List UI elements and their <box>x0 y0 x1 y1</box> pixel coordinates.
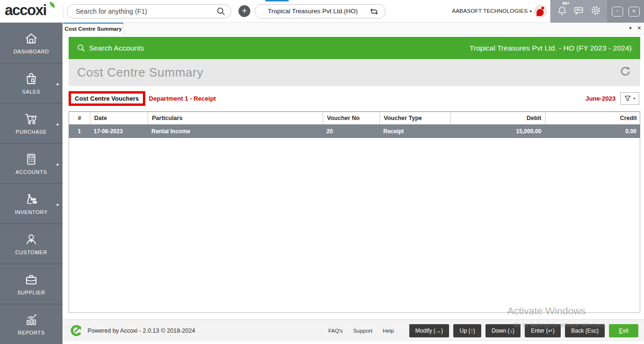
powered-by-text: Powered by Accoxi - 2.0.13 © 2018-2024 <box>88 327 195 334</box>
company-selector-value: Tropical Treasures Pvt Ltd.(HO) <box>268 8 358 15</box>
organization-name[interactable]: AABASOFT TECHNOLOGIES <box>450 8 528 14</box>
filter-caret-icon: ▾ <box>633 96 635 101</box>
help-link[interactable]: Help <box>383 328 394 334</box>
modify-button[interactable]: Modify (→) <box>409 324 450 337</box>
voucher-table: # Date Particulars Voucher No Voucher Ty… <box>69 112 640 313</box>
sidebar-item-sales[interactable]: SALES ▸ <box>0 63 62 103</box>
sidebar-item-customer[interactable]: CUSTOMER <box>0 224 62 264</box>
sidebar-item-purchase[interactable]: PURCHASE ▸ <box>0 103 62 143</box>
row-debit: 15,000.00 <box>450 125 545 138</box>
company-financial-year: Tropical Treasures Pvt Ltd. - HO (FY 202… <box>469 44 632 52</box>
footer-links: FAQ's Support Help <box>328 328 394 334</box>
filter-funnel-icon <box>624 95 631 102</box>
search-icon[interactable] <box>217 7 225 17</box>
row-date: 17-06-2023 <box>90 125 148 138</box>
accoxi-logo: accoxi <box>5 2 46 19</box>
table-empty-area <box>69 138 640 313</box>
sidebar-item-inventory[interactable]: INVENTORY ▸ <box>0 183 62 224</box>
sidebar-item-dashboard[interactable]: DASHBOARD <box>0 23 62 63</box>
row-voucher-type: Receipt <box>379 125 450 138</box>
search-accounts-label: Search Accounts <box>89 44 144 52</box>
close-button[interactable]: × <box>628 7 640 17</box>
table-header-row: # Date Particulars Voucher No Voucher Ty… <box>69 112 640 125</box>
refresh-icon <box>619 65 632 78</box>
briefcase-icon <box>24 273 38 287</box>
column-header-date[interactable]: Date <box>90 112 148 124</box>
tab-list-dropdown-icon[interactable]: ▾ <box>629 25 632 31</box>
table-row[interactable]: 1 17-06-2023 Rental Income 20 Receipt 15… <box>69 125 640 138</box>
calculator-icon <box>24 152 38 166</box>
inventory-trolley-icon <box>24 192 39 206</box>
filter-button[interactable]: ▾ <box>620 92 639 105</box>
sidebar-item-label: REPORTS <box>18 330 44 335</box>
accoxi-footer-logo <box>70 324 83 337</box>
column-header-particulars[interactable]: Particulars <box>148 112 323 124</box>
sidebar-item-reports[interactable]: REPORTS <box>0 304 62 344</box>
period-label: June-2023 <box>585 95 616 102</box>
account-header-bar: Search Accounts Tropical Treasures Pvt L… <box>69 37 640 59</box>
sidebar-item-label: INVENTORY <box>15 209 47 215</box>
department-selection-label: Department 1 - Receipt <box>149 95 216 102</box>
row-voucher-no: 20 <box>323 125 379 138</box>
sidebar-item-label: DASHBOARD <box>13 49 49 54</box>
row-index: 1 <box>69 125 90 138</box>
column-header-debit[interactable]: Debit <box>451 112 546 124</box>
settings-button[interactable] <box>591 5 601 17</box>
column-header-voucher-no[interactable]: Voucher No <box>323 112 380 124</box>
search-icon <box>77 44 85 52</box>
notification-badge: 99+ <box>563 1 570 6</box>
column-header-credit[interactable]: Credit <box>546 112 641 124</box>
user-avatar[interactable] <box>534 5 547 18</box>
up-button[interactable]: Up (↑) <box>453 324 481 337</box>
tab-cost-centre-summary[interactable]: Cost Centre Summary <box>63 23 124 35</box>
activate-windows-watermark: Activate Windows <box>507 305 586 317</box>
add-button[interactable]: + <box>238 5 250 17</box>
chat-icon <box>573 5 584 16</box>
sidebar-item-label: SUPPLIER <box>17 290 45 295</box>
submenu-arrow-icon: ▸ <box>57 162 59 167</box>
global-search[interactable] <box>67 4 231 18</box>
sidebar-nav: DASHBOARD SALES ▸ PURCHASE ▸ ACCOUNTS ▸ <box>0 23 62 344</box>
voucher-toolbar: Cost Centre Vouchers Department 1 - Rece… <box>69 86 640 112</box>
column-header-voucher-type[interactable]: Voucher Type <box>380 112 451 124</box>
bell-icon <box>557 5 567 16</box>
page-title-bar: Cost Centre Summary <box>69 59 640 86</box>
company-selector[interactable]: Tropical Treasures Pvt Ltd.(HO) <box>255 4 386 18</box>
minimize-button[interactable]: − <box>612 7 623 17</box>
activate-windows-settings-watermark: Go to Settings to activate Windows. <box>513 322 607 328</box>
gear-icon <box>591 5 601 16</box>
tab-close-icon[interactable]: × <box>637 24 641 32</box>
sidebar-item-label: PURCHASE <box>16 129 47 135</box>
person-icon <box>24 232 38 247</box>
bar-chart-icon <box>24 313 38 327</box>
refresh-button[interactable] <box>619 65 632 80</box>
submenu-arrow-icon: ▸ <box>57 81 59 86</box>
row-credit: 0.00 <box>545 125 640 138</box>
page-title: Cost Centre Summary <box>77 65 203 80</box>
sidebar-item-supplier[interactable]: SUPPLIER <box>0 264 62 304</box>
cart-icon <box>24 112 39 126</box>
cost-centre-vouchers-label: Cost Centre Vouchers <box>69 91 145 106</box>
messages-button[interactable] <box>573 5 584 17</box>
top-bar: accoxi + Tropical Treasures Pvt Ltd.(HO)… <box>0 0 644 23</box>
org-caret-icon[interactable]: ▸ <box>530 9 532 13</box>
logo-leaf-icon <box>49 1 56 8</box>
notifications-button[interactable]: 99+ <box>557 5 567 17</box>
faq-link[interactable]: FAQ's <box>328 328 343 334</box>
switch-company-icon[interactable] <box>370 7 379 18</box>
support-link[interactable]: Support <box>353 328 372 334</box>
search-accounts-button[interactable]: Search Accounts <box>77 44 144 52</box>
sidebar-item-label: ACCOUNTS <box>16 169 47 175</box>
window-controls: − × <box>607 0 644 23</box>
top-accent-strip <box>265 0 289 1</box>
row-particulars: Rental Income <box>148 125 323 138</box>
home-icon <box>24 32 38 46</box>
search-input[interactable] <box>76 5 213 17</box>
shopping-bag-icon <box>24 72 38 86</box>
sidebar-item-label: CUSTOMER <box>15 249 47 255</box>
column-header-index[interactable]: # <box>69 112 90 124</box>
exit-button[interactable]: Exit <box>609 324 638 337</box>
main-area: Cost Centre Summary ▾ × Search Accounts … <box>62 23 644 344</box>
topbar-divider <box>63 5 63 18</box>
sidebar-item-accounts[interactable]: ACCOUNTS ▸ <box>0 143 62 183</box>
